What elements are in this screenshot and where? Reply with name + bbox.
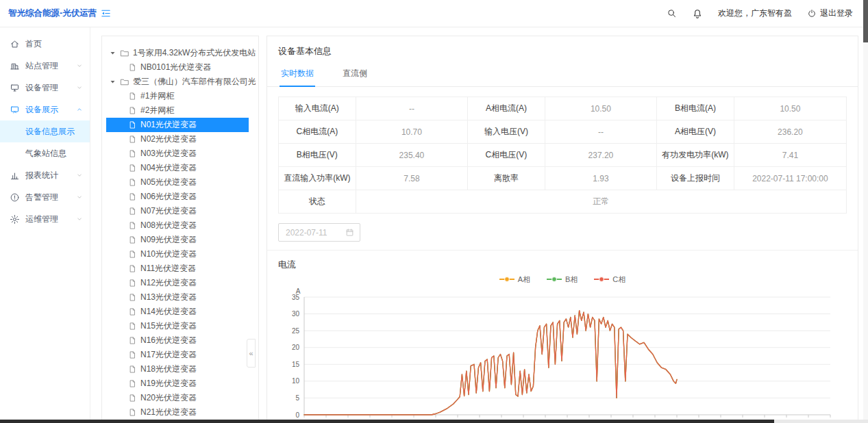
- status-row: 状态正常: [279, 190, 847, 214]
- date-input[interactable]: [284, 227, 342, 238]
- table-row: B相电压(V)235.40C相电压(V)237.20有功发电功率(kW)7.41: [279, 144, 847, 167]
- tree-item[interactable]: #2并网柜: [106, 103, 256, 118]
- sidebar-item-label: 运维管理: [25, 214, 71, 225]
- file-icon: [128, 264, 137, 273]
- logout-button[interactable]: 退出登录: [807, 8, 853, 19]
- series-C相: [304, 311, 677, 415]
- legend-item[interactable]: B相: [547, 274, 578, 285]
- tabs: 实时数据直流侧: [267, 64, 858, 87]
- date-picker[interactable]: [278, 223, 360, 242]
- file-icon: [128, 293, 137, 302]
- tree-item[interactable]: N08光伏逆变器: [106, 218, 256, 233]
- tree-item[interactable]: N18光伏逆变器: [106, 362, 256, 376]
- sidebar-item-4[interactable]: 报表统计: [0, 164, 90, 186]
- file-icon: [128, 120, 137, 129]
- file-icon: [128, 365, 137, 374]
- legend-label: A相: [518, 274, 530, 285]
- sidebar-subitem[interactable]: 设备信息展示: [0, 120, 90, 142]
- tree-item[interactable]: N19光伏逆变器: [106, 376, 256, 391]
- bell-icon[interactable]: [692, 8, 703, 19]
- file-icon: [128, 293, 137, 302]
- tree-item[interactable]: N20光伏逆变器: [106, 391, 256, 405]
- tree-item-label: N18光伏逆变器: [140, 363, 197, 375]
- sidebar-subitem[interactable]: 气象站信息: [0, 142, 90, 164]
- file-icon: [128, 92, 137, 101]
- horizontal-scrollbar[interactable]: [0, 420, 868, 423]
- tree-item[interactable]: N13光伏逆变器: [106, 290, 256, 305]
- sidebar-item-2[interactable]: 设备管理: [0, 77, 90, 99]
- sidebar-item-3[interactable]: 设备展示: [0, 99, 90, 120]
- tree-item-label: N08光伏逆变器: [140, 220, 197, 231]
- tab-0[interactable]: 实时数据: [280, 64, 315, 87]
- caret-down-icon[interactable]: [109, 49, 116, 57]
- tree-item[interactable]: #1并网柜: [106, 89, 256, 103]
- vertical-scrollbar-thumb[interactable]: [863, 0, 868, 42]
- tree-item[interactable]: N09光伏逆变器: [106, 233, 256, 247]
- sidebar-item-label: 报表统计: [25, 170, 71, 181]
- tree-item[interactable]: N07光伏逆变器: [106, 204, 256, 218]
- tree-collapse-handle[interactable]: «: [247, 339, 256, 368]
- field-label: B相电压(V): [279, 144, 356, 167]
- menu-fold-icon[interactable]: [100, 8, 112, 19]
- field-value: --: [356, 97, 467, 120]
- tree-item-label: N17光伏逆变器: [140, 349, 197, 361]
- sidebar-item-5[interactable]: 告警管理: [0, 186, 90, 208]
- svg-text:A: A: [296, 287, 301, 295]
- sidebar-item-label: 设备展示: [25, 104, 71, 116]
- tree-item[interactable]: N02光伏逆变器: [106, 132, 256, 146]
- svg-text:25: 25: [292, 327, 300, 335]
- svg-text:30: 30: [292, 310, 300, 318]
- tree-item[interactable]: N05光伏逆变器: [106, 175, 256, 190]
- device-tree[interactable]: 1号家用4.32kW分布式光伏发电站NB0101光伏逆变器爱三（佛山）汽车部件有…: [101, 36, 259, 423]
- tree-item[interactable]: N21光伏逆变器: [106, 405, 256, 420]
- tree-folder[interactable]: 爱三（佛山）汽车部件有限公司光伏发: [106, 75, 256, 89]
- field-value: 1.93: [545, 167, 656, 190]
- tree-item[interactable]: N17光伏逆变器: [106, 348, 256, 362]
- tree-item[interactable]: NB0101光伏逆变器: [106, 60, 256, 75]
- svg-text:15: 15: [292, 361, 300, 368]
- tree-item-label: N06光伏逆变器: [140, 191, 197, 203]
- tree-item-label: N01光伏逆变器: [140, 119, 197, 131]
- file-icon: [128, 221, 137, 230]
- caret-down-icon[interactable]: [109, 78, 116, 86]
- display-icon: [10, 105, 20, 115]
- tree-item[interactable]: N10光伏逆变器: [106, 247, 256, 261]
- tree-folder[interactable]: 1号家用4.32kW分布式光伏发电站: [106, 46, 256, 60]
- field-value: 10.70: [356, 120, 467, 144]
- folder-icon: [120, 77, 129, 87]
- tree-item[interactable]: N03光伏逆变器: [106, 146, 256, 161]
- search-icon[interactable]: [667, 8, 677, 18]
- caret-down-icon: [109, 78, 116, 86]
- tree-item[interactable]: N15光伏逆变器: [106, 319, 256, 333]
- sidebar-item-1[interactable]: 站点管理: [0, 55, 90, 77]
- tree-item[interactable]: N12光伏逆变器: [106, 276, 256, 290]
- tree-item[interactable]: N04光伏逆变器: [106, 161, 256, 175]
- tree-item[interactable]: N16光伏逆变器: [106, 333, 256, 348]
- field-label: 离散率: [468, 167, 545, 190]
- alert-icon: [10, 192, 20, 203]
- tree-item[interactable]: N11光伏逆变器: [106, 261, 256, 276]
- file-icon: [128, 221, 137, 230]
- field-label: 状态: [279, 190, 356, 214]
- file-icon: [128, 164, 137, 172]
- vertical-scrollbar[interactable]: [863, 0, 868, 423]
- file-icon: [128, 250, 137, 259]
- file-icon: [128, 250, 137, 259]
- legend-item[interactable]: A相: [499, 274, 530, 285]
- sidebar-item-6[interactable]: 运维管理: [0, 208, 90, 230]
- chevron-down-icon: [76, 216, 83, 222]
- tab-1[interactable]: 直流侧: [341, 64, 369, 86]
- horizontal-scrollbar-thumb[interactable]: [0, 420, 774, 423]
- field-label: B相电流(A): [657, 97, 734, 120]
- legend-item[interactable]: C相: [594, 274, 625, 285]
- tree-item[interactable]: N14光伏逆变器: [106, 305, 256, 319]
- sidebar-item-0[interactable]: 首页: [0, 33, 90, 55]
- welcome-text: 欢迎您，广东智有盈: [718, 8, 792, 19]
- file-icon: [128, 322, 137, 331]
- tree-item[interactable]: N01光伏逆变器: [106, 118, 249, 132]
- file-icon: [128, 379, 137, 388]
- tree-item[interactable]: N06光伏逆变器: [106, 190, 256, 204]
- table-row: 输入电流(A)--A相电流(A)10.50B相电流(A)10.50: [279, 97, 847, 120]
- folder-icon: [120, 49, 129, 58]
- svg-text:5: 5: [295, 394, 299, 402]
